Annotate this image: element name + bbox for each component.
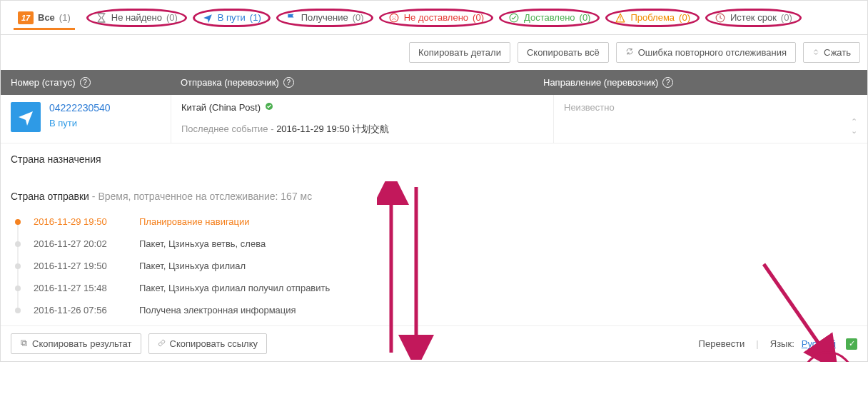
clock-icon — [715, 12, 726, 24]
tracking-status: В пути — [49, 118, 111, 128]
event-description: Планирование навигации — [139, 216, 250, 227]
status-plane-icon — [11, 102, 41, 132]
plane-icon — [202, 12, 213, 24]
destination-country-label: Страна назначения — [11, 153, 857, 165]
timeline-event: 2016-11-27 15:48 Пакет, Цзиньхуа филиал … — [15, 277, 857, 299]
copy-all-button[interactable]: Скопировать всё — [518, 42, 609, 63]
tab-delivered[interactable]: Доставлено (0) — [499, 9, 600, 27]
help-icon[interactable]: ? — [283, 77, 294, 88]
event-timeline: 2016-11-29 19:50 Планирование навигации … — [15, 211, 857, 321]
carrier-name[interactable]: Китай (China Post) — [181, 102, 261, 113]
tab-count: (1) — [59, 12, 71, 23]
event-timestamp: 2016-11-27 20:02 — [34, 238, 126, 249]
timeline-dot-icon — [15, 286, 21, 291]
timeline-event: 2016-11-27 19:50 Пакет, Цзиньхуа филиал — [15, 255, 857, 277]
tab-expired[interactable]: Истек срок (0) — [705, 9, 802, 27]
collapse-icon — [812, 47, 819, 58]
timeline-dot-icon — [15, 241, 21, 247]
copy-icon — [20, 338, 28, 349]
help-icon[interactable]: ? — [80, 77, 91, 88]
timeline-event: 2016-11-29 19:50 Планирование навигации — [15, 211, 857, 233]
action-bar: Копировать детали Скопировать всё Ошибка… — [1, 35, 867, 70]
tab-pickup[interactable]: Получение (0) — [276, 9, 373, 27]
tracking-number[interactable]: 04222230540 — [49, 102, 111, 113]
check-circle-icon — [508, 12, 520, 24]
svg-rect-6 — [23, 342, 27, 346]
link-icon — [158, 338, 166, 349]
help-icon[interactable]: ? — [662, 77, 673, 88]
last-event-value: 2016-11-29 19:50 计划交航 — [276, 123, 389, 134]
footer-bar: Скопировать результат Скопировать ссылку… — [1, 325, 867, 361]
copy-result-button[interactable]: Скопировать результат — [11, 333, 141, 354]
retrack-error-button[interactable]: Ошибка повторного отслеживания — [616, 42, 796, 63]
event-description: Пакет, Цзиньхуа филиал получил отправить — [139, 283, 330, 293]
tab-in-transit[interactable]: В пути (1) — [193, 9, 271, 27]
tab-label: Все — [38, 12, 55, 23]
hourglass-icon — [96, 12, 107, 24]
timeline-dot-icon — [15, 219, 21, 225]
tracking-entry: 04222230540 В пути Китай (China Post) По… — [1, 95, 867, 143]
language-checked-icon: ✓ — [846, 338, 857, 350]
collapse-button[interactable]: Сжать — [803, 42, 860, 63]
last-event-label: Последнее событие - — [181, 123, 274, 134]
timeline-dot-icon — [15, 308, 21, 313]
logo-17track-icon: 17 — [18, 11, 34, 24]
warning-icon — [615, 12, 626, 24]
language-label: Язык: — [770, 338, 794, 349]
event-timestamp: 2016-11-27 15:48 — [34, 283, 126, 293]
event-description: Пакет, Цзиньхуа ветвь, слева — [139, 238, 266, 249]
col-number-label: Номер (статус) — [11, 77, 76, 88]
sad-face-icon — [388, 12, 400, 24]
svg-point-1 — [392, 16, 393, 17]
status-tabs: 17 Все (1) Не найдено (0) В пути (1) Пол… — [1, 1, 867, 35]
copy-link-button[interactable]: Скопировать ссылку — [148, 333, 268, 354]
copy-details-button[interactable]: Копировать детали — [409, 42, 510, 63]
origin-country-label: Страна отправки — [11, 191, 89, 202]
refresh-icon — [625, 47, 634, 58]
timeline-event: 2016-11-27 20:02 Пакет, Цзиньхуа ветвь, … — [15, 233, 857, 255]
timeline-event: 2016-11-26 07:56 Получена электронная ин… — [15, 299, 857, 321]
col-shipment-label: Отправка (перевозчик) — [181, 77, 279, 88]
tab-not-found[interactable]: Не найдено (0) — [86, 9, 187, 27]
tab-all[interactable]: 17 Все (1) — [8, 7, 81, 29]
event-description: Получена электронная информация — [139, 305, 296, 315]
svg-point-2 — [395, 16, 395, 17]
timeline-dot-icon — [15, 263, 21, 269]
svg-rect-7 — [21, 340, 25, 345]
tab-problem[interactable]: Проблема (0) — [605, 9, 700, 27]
tracking-time-spent: Время, потраченное на отслеживание: 167 … — [98, 191, 312, 202]
svg-point-0 — [390, 14, 398, 22]
verified-icon — [265, 102, 273, 113]
event-timestamp: 2016-11-26 07:56 — [34, 305, 126, 315]
table-header: Номер (статус) ? Отправка (перевозчик) ?… — [1, 70, 867, 95]
tracking-details: Страна назначения Страна отправки - Врем… — [1, 143, 867, 325]
event-timestamp: 2016-11-29 19:50 — [34, 216, 126, 227]
event-timestamp: 2016-11-27 19:50 — [34, 261, 126, 271]
destination-unknown: Неизвестно — [564, 102, 615, 113]
col-direction-label: Направление (перевозчик) — [543, 77, 658, 88]
flag-icon — [286, 12, 297, 24]
tab-not-delivered[interactable]: Не доставлено (0) — [379, 9, 493, 27]
expand-toggle-icon[interactable]: ⌃⌄ — [851, 117, 857, 136]
event-description: Пакет, Цзиньхуа филиал — [139, 261, 246, 271]
translate-link[interactable]: Перевести — [699, 338, 745, 349]
language-select[interactable]: Русский — [802, 338, 839, 349]
